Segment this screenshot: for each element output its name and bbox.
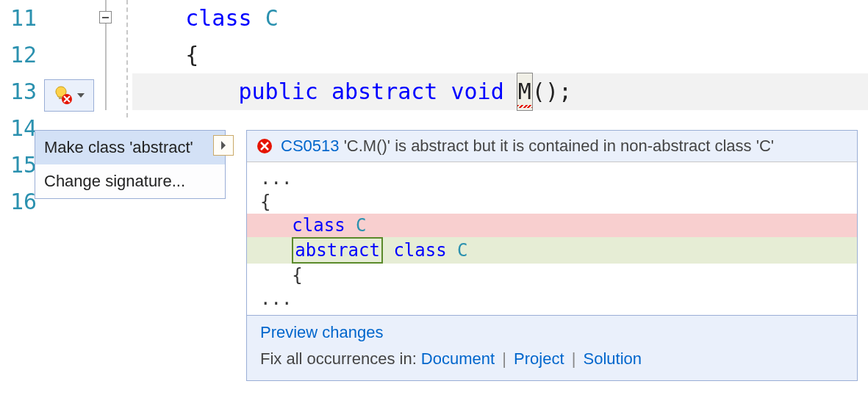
diff-context: ... [247,167,857,190]
fix-scope-solution-link[interactable]: Solution [584,349,642,368]
diff-preview: ... { class C abstract class C { ... [247,162,857,315]
preview-footer: Preview changes Fix all occurrences in: … [247,315,857,380]
separator: | [572,349,581,368]
code-line: class C [132,0,868,37]
indent-guide [126,0,128,117]
line-number: 16 [0,184,37,220]
fix-scope-document-link[interactable]: Document [421,349,495,368]
line-number: 14 [0,110,37,147]
fold-toggle-icon[interactable] [99,11,112,23]
identifier-highlight: M [517,73,532,110]
diff-removed-line: class C [247,214,857,237]
code-line: { [132,37,868,73]
line-number: 13 [0,73,37,110]
quick-action-change-signature[interactable]: Change signature... [35,164,225,198]
inserted-token-highlight: abstract [292,237,383,264]
diff-context: { [247,190,857,214]
code-line: public abstract void M(); [132,73,868,110]
code-editor[interactable]: 11 12 13 14 15 16 class C { public abstr… [0,0,868,417]
line-number: 11 [0,0,37,37]
quick-action-make-abstract[interactable]: Make class 'abstract' [35,131,225,164]
lightbulb-error-icon [53,85,73,106]
fix-scope-label: Fix all occurrences in: [260,349,421,368]
error-squiggle-icon [517,105,532,108]
chevron-down-icon [76,91,85,100]
line-number: 15 [0,147,37,184]
quick-actions-menu: Make class 'abstract' Change signature..… [35,130,226,199]
preview-changes-link[interactable]: Preview changes [260,323,384,341]
separator: | [502,349,511,368]
chevron-right-icon [220,140,227,151]
error-icon [256,137,273,155]
error-message-text: 'C.M()' is abstract but it is contained … [344,137,774,155]
line-number: 12 [0,37,37,73]
menu-item-label: Make class 'abstract' [44,138,193,157]
fix-preview-panel: CS0513 'C.M()' is abstract but it is con… [246,130,858,381]
fix-scope-project-link[interactable]: Project [514,349,564,368]
submenu-expand-button[interactable] [213,135,234,156]
menu-item-label: Change signature... [44,172,185,191]
error-header: CS0513 'C.M()' is abstract but it is con… [247,131,857,162]
diff-context: ... [247,287,857,311]
error-code-link[interactable]: CS0513 [281,137,340,155]
diff-context: { [247,264,857,287]
fold-gutter [99,0,121,417]
code-text-area[interactable]: class C { public abstract void M(); [132,0,868,110]
quick-actions-lightbulb-button[interactable] [44,79,94,112]
diff-added-line: abstract class C [247,237,857,264]
